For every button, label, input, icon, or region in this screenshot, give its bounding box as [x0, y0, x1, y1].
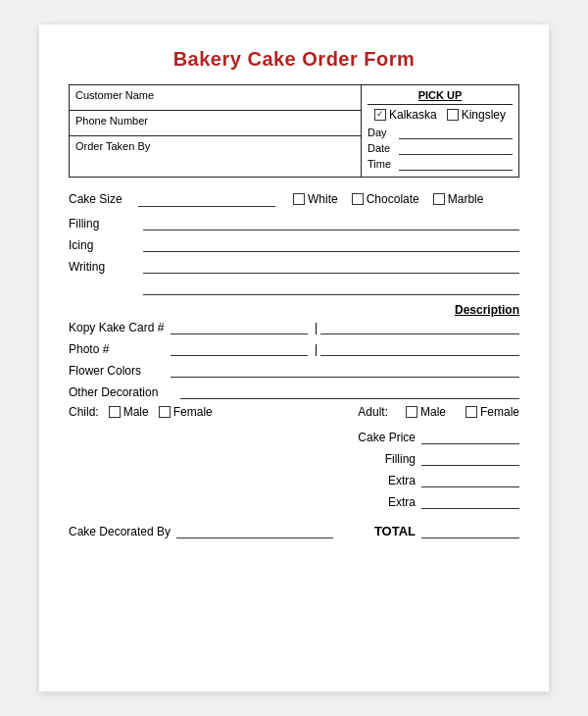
writing-input-2[interactable]	[143, 280, 519, 295]
white-checkbox-wrap[interactable]: White	[293, 192, 338, 206]
time-input[interactable]	[399, 157, 513, 171]
page-title: Bakery Cake Order Form	[69, 48, 519, 71]
extra1-row: Extra	[323, 472, 519, 487]
other-decoration-row: Other Decoration	[69, 384, 519, 399]
cake-size-input[interactable]	[138, 191, 275, 207]
other-decoration-label: Other Decoration	[69, 385, 176, 399]
cake-price-row: Cake Price	[323, 429, 519, 444]
extra2-input[interactable]	[421, 493, 519, 509]
child-female-wrap[interactable]: Female	[159, 405, 213, 419]
writing-row: Writing	[69, 258, 519, 274]
adult-female-checkbox[interactable]	[466, 406, 477, 418]
writing-row-2	[69, 280, 519, 295]
day-input[interactable]	[399, 126, 513, 139]
other-decoration-input[interactable]	[180, 384, 519, 399]
adult-male-wrap[interactable]: Male	[406, 405, 446, 419]
child-male-wrap[interactable]: Male	[109, 405, 149, 419]
total-input[interactable]	[421, 523, 519, 538]
cake-size-row: Cake Size White Chocolate Marble	[69, 191, 519, 207]
child-female-checkbox[interactable]	[159, 406, 171, 418]
kopy-kake-row: Kopy Kake Card # |	[69, 319, 519, 334]
kopy-kake-input-right[interactable]	[320, 319, 519, 334]
adult-female-wrap[interactable]: Female	[466, 405, 519, 419]
icing-row: Icing	[69, 236, 519, 252]
time-row: Time	[368, 157, 513, 171]
cake-size-label: Cake Size	[69, 192, 122, 206]
filling-price-input[interactable]	[421, 450, 519, 466]
bottom-row: Cake Decorated By TOTAL	[69, 523, 519, 538]
flower-colors-input[interactable]	[171, 362, 519, 378]
filling-price-label: Filling	[385, 452, 416, 466]
photo-row: Photo # |	[69, 340, 519, 356]
kingsley-label: Kingsley	[462, 108, 506, 122]
child-label: Child:	[69, 405, 99, 419]
extra1-label: Extra	[388, 474, 416, 487]
cake-decorated-by-label: Cake Decorated By	[69, 525, 171, 538]
extra1-input[interactable]	[421, 472, 519, 487]
flower-colors-label: Flower Colors	[69, 364, 167, 378]
order-taken-row: Order Taken By	[70, 136, 361, 162]
order-taken-label: Order Taken By	[75, 140, 150, 152]
adult-label: Adult:	[358, 405, 388, 419]
adult-female-label: Female	[480, 405, 519, 419]
filling-row: Filling	[69, 215, 519, 230]
cake-price-label: Cake Price	[358, 431, 416, 444]
pickup-title: PICK UP	[368, 89, 513, 105]
marble-checkbox-wrap[interactable]: Marble	[433, 192, 484, 206]
price-section: Cake Price Filling Extra Extra	[69, 429, 519, 515]
kopy-kake-input-left[interactable]	[171, 319, 308, 334]
day-label: Day	[368, 127, 399, 138]
marble-checkbox[interactable]	[433, 193, 445, 205]
filling-input[interactable]	[143, 215, 519, 230]
filling-label: Filling	[69, 217, 137, 230]
child-adult-row: Child: Male Female Adult: Male Female	[69, 405, 519, 419]
price-left-spacer	[69, 429, 323, 515]
flower-colors-row: Flower Colors	[69, 362, 519, 378]
description-label: Description	[69, 303, 519, 317]
pickup-fields: Day Date Time	[368, 126, 513, 171]
child-female-label: Female	[173, 405, 213, 419]
kopy-kake-label: Kopy Kake Card #	[69, 321, 167, 334]
kingsley-checkbox-wrap[interactable]: Kingsley	[447, 108, 506, 122]
kingsley-checkbox[interactable]	[447, 109, 459, 121]
photo-input-right[interactable]	[320, 340, 519, 356]
form-page: Bakery Cake Order Form Customer Name Pho…	[39, 25, 549, 691]
extra2-row: Extra	[323, 493, 519, 509]
chocolate-label: Chocolate	[367, 192, 419, 206]
time-label: Time	[368, 158, 399, 170]
kalkaska-label: Kalkaska	[389, 108, 437, 122]
white-checkbox[interactable]	[293, 193, 305, 205]
customer-name-row: Customer Name	[70, 85, 361, 111]
adult-male-label: Male	[420, 405, 446, 419]
date-input[interactable]	[399, 141, 513, 155]
kalkaska-checkbox[interactable]	[374, 109, 386, 121]
icing-label: Icing	[69, 238, 137, 252]
day-row: Day	[368, 126, 513, 139]
adult-male-checkbox[interactable]	[406, 406, 417, 418]
filling-price-row: Filling	[323, 450, 519, 466]
chocolate-checkbox-wrap[interactable]: Chocolate	[352, 192, 419, 206]
icing-input[interactable]	[143, 236, 519, 252]
kalkaska-checkbox-wrap[interactable]: Kalkaska	[374, 108, 437, 122]
description-section: Description Kopy Kake Card # | Photo # |…	[69, 303, 519, 399]
photo-input-left[interactable]	[171, 340, 308, 356]
cake-decorated-by-input[interactable]	[176, 523, 333, 538]
phone-number-label: Phone Number	[75, 115, 148, 127]
customer-name-label: Customer Name	[75, 89, 154, 101]
total-label: TOTAL	[374, 524, 416, 538]
marble-label: Marble	[448, 192, 484, 206]
cake-price-input[interactable]	[421, 429, 519, 444]
date-label: Date	[368, 142, 399, 154]
child-male-label: Male	[123, 405, 149, 419]
photo-label: Photo #	[69, 342, 167, 356]
writing-input[interactable]	[143, 258, 519, 274]
extra2-label: Extra	[388, 495, 416, 509]
customer-info-left: Customer Name Phone Number Order Taken B…	[70, 85, 362, 177]
chocolate-checkbox[interactable]	[352, 193, 364, 205]
pickup-section: PICK UP Kalkaska Kingsley Day Date	[362, 85, 518, 177]
child-male-checkbox[interactable]	[109, 406, 121, 418]
cake-type-options: White Chocolate Marble	[293, 192, 483, 206]
pickup-checkboxes: Kalkaska Kingsley	[368, 108, 513, 122]
top-info-section: Customer Name Phone Number Order Taken B…	[69, 84, 519, 178]
writing-label: Writing	[69, 260, 137, 274]
